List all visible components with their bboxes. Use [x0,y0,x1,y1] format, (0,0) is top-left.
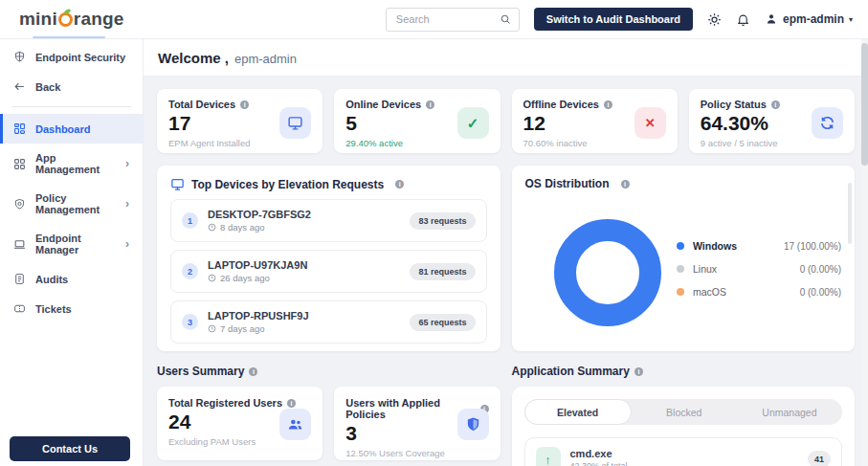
legend-row-macos[interactable]: macOS 0 (0.00%) [677,286,841,298]
stat-card-policy-status[interactable]: Policy Statusi 64.30% 9 active / 5 inact… [689,89,855,153]
sidebar-item-tickets[interactable]: Tickets [0,294,143,323]
sidebar-item-back[interactable]: Back [0,72,143,101]
search-input[interactable] [394,12,494,26]
legend-name: macOS [693,286,726,298]
miniorange-logo[interactable]: mini range [19,9,124,30]
welcome-bar: Welcome , epm-admin [144,39,868,77]
bell-icon[interactable] [736,12,750,27]
clock-icon [208,223,216,232]
os-distribution-panel: OS Distributioni Windows 17 (100.00%) Li… [512,166,856,351]
panel-scrollbar[interactable] [848,183,852,244]
top-devices-panel: Top Devices by Elevation Requestsi 1 DES… [157,166,501,351]
window-scrollbar-track[interactable] [861,39,868,466]
tab-unmanaged[interactable]: Unmanaged [737,399,842,425]
legend-value: 0 (0.00%) [800,287,841,298]
monitor-icon [170,177,185,191]
search-icon [500,13,511,25]
welcome-username: epm-admin [234,52,297,66]
check-icon: ✓ [457,107,489,139]
info-icon[interactable]: i [395,180,404,189]
window-scrollbar-thumb[interactable] [861,43,868,166]
info-icon[interactable]: i [426,100,434,109]
clock-icon [208,324,216,333]
tab-elevated[interactable]: Elevated [524,399,632,425]
application-info: cmd.exe 42.30% of total [570,448,628,466]
sidebar: Endpoint Security Back Dashboard App Man… [0,39,144,466]
users-icon [279,409,311,440]
legend-dot [677,242,684,250]
device-row-3[interactable]: 3 LAPTOP-RPUSHF9J 7 days ago 65 requests [170,300,487,344]
monitor-icon [279,107,311,139]
rank-badge: 2 [182,263,198,279]
header-actions: Switch to Audit Dashboard epm-admin ▾ [386,8,853,32]
device-row-2[interactable]: 2 LAPTOP-U97KJA9N 26 days ago 81 request… [170,250,487,293]
main-content: Welcome , epm-admin Total Devicesi 17 EP… [144,39,868,466]
tab-blocked[interactable]: Blocked [632,399,737,425]
info-icon[interactable]: i [621,180,630,189]
switch-audit-dashboard-button[interactable]: Switch to Audit Dashboard [534,8,693,31]
legend-value: 0 (0.00%) [800,264,841,275]
sidebar-item-endpoint-security[interactable]: Endpoint Security [0,39,143,72]
rank-badge: 1 [182,212,198,229]
sidebar-divider [11,106,131,107]
device-name: DESKTOP-7GBFSG2 [208,209,311,220]
logo-underline [33,36,105,38]
card-total-registered-users[interactable]: Total Registered Usersi 24 Excluding PAM… [157,387,323,460]
application-row-cmd[interactable]: ↑ cmd.exe 42.30% of total 41 [524,437,843,466]
welcome-title: Welcome , [158,50,229,66]
application-summary-title: Application Summaryi [512,365,856,378]
search-box[interactable] [386,8,520,32]
theme-toggle-sun-icon[interactable] [707,12,722,27]
app-grid-icon [13,158,26,170]
sidebar-item-app-management[interactable]: App Management › [0,144,143,184]
sidebar-item-label: Policy Management [35,192,116,215]
user-menu[interactable]: epm-admin ▾ [765,12,853,26]
document-icon [13,273,26,285]
cross-icon: ✕ [634,107,666,139]
chevron-right-icon: › [125,238,129,250]
legend-row-linux[interactable]: Linux 0 (0.00%) [677,263,841,275]
dashboard-grid-icon [13,122,26,135]
info-icon[interactable]: i [604,100,612,109]
application-summary-section: Application Summaryi Elevated Blocked Un… [512,365,856,466]
sidebar-item-policy-management[interactable]: Policy Management › [0,184,143,224]
contact-us-button[interactable]: Contact Us [10,436,130,461]
arrow-left-icon [13,80,26,93]
chevron-right-icon: › [125,198,129,210]
card-users-with-applied-policies[interactable]: Users with Applied Policiesi 3 12.50% Us… [334,387,500,460]
os-legend: Windows 17 (100.00%) Linux 0 (0.00%) mac… [677,240,841,309]
info-icon[interactable]: i [287,399,296,408]
info-icon[interactable]: i [771,100,780,109]
sync-icon [812,107,843,139]
logo-text-range: range [74,9,124,30]
legend-dot [677,288,684,296]
stat-card-offline-devices[interactable]: Offline Devicesi 12 70.60% inactive ✕ [512,89,678,153]
legend-row-windows[interactable]: Windows 17 (100.00%) [677,240,841,252]
device-info: LAPTOP-U97KJA9N 26 days ago [208,259,307,283]
user-name: epm-admin [783,12,844,26]
chevron-down-icon: ▾ [849,15,853,24]
sidebar-item-endpoint-manager[interactable]: Endpoint Manager › [0,224,143,264]
info-icon[interactable]: i [249,367,257,376]
legend-value: 17 (100.00%) [784,241,841,252]
info-icon[interactable]: i [634,367,643,376]
stat-subtitle: 29.40% active [345,138,488,148]
stat-card-total-devices[interactable]: Total Devicesi 17 EPM Agent Installed [157,89,323,153]
stat-subtitle: 9 active / 5 inactive [701,138,843,148]
device-last-seen: 8 days ago [208,222,311,233]
stat-subtitle: 70.60% inactive [523,138,666,148]
rank-badge: 3 [182,314,198,330]
panels-row: Top Devices by Elevation Requestsi 1 DES… [157,166,855,351]
sidebar-item-audits[interactable]: Audits [0,264,143,294]
sidebar-item-dashboard[interactable]: Dashboard [0,114,143,144]
clock-icon [208,274,216,282]
ticket-icon [13,302,26,315]
info-icon[interactable]: i [240,100,249,109]
device-row-1[interactable]: 1 DESKTOP-7GBFSG2 8 days ago 83 requests [170,199,487,242]
users-summary-title: Users Summaryi [157,365,501,378]
sidebar-item-label: Dashboard [35,123,90,135]
stat-card-online-devices[interactable]: Online Devicesi 5 29.40% active ✓ [334,89,500,153]
shield-globe-icon [13,51,26,63]
legend-dot [677,265,684,273]
device-last-seen: 26 days ago [208,273,307,283]
